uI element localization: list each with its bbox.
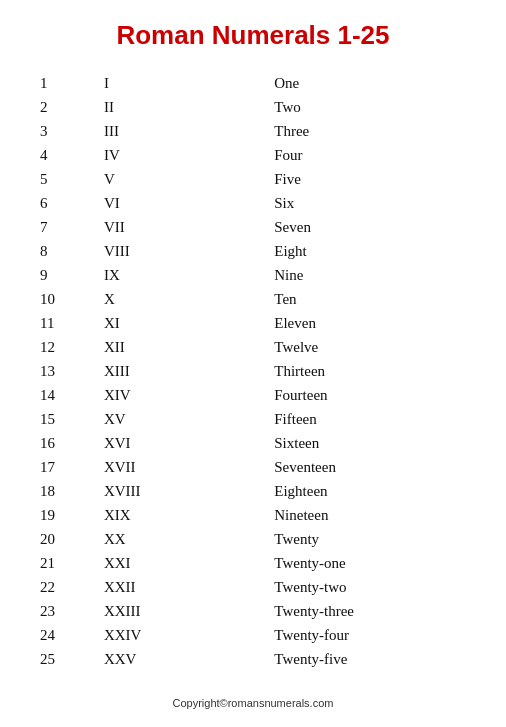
page-container: Roman Numerals 1-25 1IOne2IITwo3IIIThree… [0,0,506,727]
cell-roman: X [104,287,274,311]
cell-roman: XX [104,527,274,551]
cell-number: 5 [40,167,104,191]
cell-word: Seventeen [274,455,466,479]
cell-number: 10 [40,287,104,311]
cell-word: Fifteen [274,407,466,431]
cell-roman: XXII [104,575,274,599]
cell-word: Thirteen [274,359,466,383]
cell-number: 2 [40,95,104,119]
table-row: 5VFive [40,167,466,191]
table-row: 22XXIITwenty-two [40,575,466,599]
table-row: 7VIISeven [40,215,466,239]
cell-roman: V [104,167,274,191]
table-row: 13XIIIThirteen [40,359,466,383]
cell-word: Five [274,167,466,191]
cell-number: 14 [40,383,104,407]
cell-roman: XVII [104,455,274,479]
cell-number: 1 [40,71,104,95]
cell-number: 19 [40,503,104,527]
cell-number: 12 [40,335,104,359]
cell-word: Seven [274,215,466,239]
cell-number: 8 [40,239,104,263]
cell-word: Twenty-four [274,623,466,647]
cell-word: One [274,71,466,95]
cell-roman: XXV [104,647,274,671]
cell-roman: XIV [104,383,274,407]
cell-number: 6 [40,191,104,215]
table-row: 8VIIIEight [40,239,466,263]
cell-word: Eleven [274,311,466,335]
table-row: 21XXITwenty-one [40,551,466,575]
cell-word: Two [274,95,466,119]
cell-number: 3 [40,119,104,143]
table-row: 23XXIIITwenty-three [40,599,466,623]
table-row: 17XVIISeventeen [40,455,466,479]
cell-number: 11 [40,311,104,335]
cell-roman: XII [104,335,274,359]
table-row: 11XIEleven [40,311,466,335]
cell-roman: VII [104,215,274,239]
cell-word: Sixteen [274,431,466,455]
cell-roman: XVIII [104,479,274,503]
cell-roman: II [104,95,274,119]
numerals-table: 1IOne2IITwo3IIIThree4IVFour5VFive6VISix7… [40,71,466,671]
table-row: 25XXVTwenty-five [40,647,466,671]
cell-number: 23 [40,599,104,623]
cell-word: Six [274,191,466,215]
table-row: 12XIITwelve [40,335,466,359]
cell-roman: XXIII [104,599,274,623]
table-row: 16XVISixteen [40,431,466,455]
page-title: Roman Numerals 1-25 [116,20,389,51]
cell-word: Twenty-three [274,599,466,623]
table-row: 19XIXNineteen [40,503,466,527]
cell-number: 9 [40,263,104,287]
cell-number: 15 [40,407,104,431]
cell-word: Twenty [274,527,466,551]
table-row: 24XXIVTwenty-four [40,623,466,647]
cell-roman: XIX [104,503,274,527]
cell-word: Nine [274,263,466,287]
cell-roman: XIII [104,359,274,383]
cell-number: 24 [40,623,104,647]
cell-number: 13 [40,359,104,383]
cell-number: 18 [40,479,104,503]
cell-word: Ten [274,287,466,311]
cell-number: 22 [40,575,104,599]
cell-roman: XV [104,407,274,431]
cell-roman: XI [104,311,274,335]
cell-word: Three [274,119,466,143]
cell-number: 21 [40,551,104,575]
cell-number: 7 [40,215,104,239]
cell-word: Fourteen [274,383,466,407]
table-row: 20XXTwenty [40,527,466,551]
cell-roman: XVI [104,431,274,455]
cell-word: Twenty-one [274,551,466,575]
cell-number: 4 [40,143,104,167]
table-row: 18XVIIIEighteen [40,479,466,503]
cell-word: Twelve [274,335,466,359]
cell-roman: XXIV [104,623,274,647]
cell-number: 20 [40,527,104,551]
table-row: 6VISix [40,191,466,215]
cell-roman: I [104,71,274,95]
table-row: 2IITwo [40,95,466,119]
cell-roman: IV [104,143,274,167]
cell-word: Eight [274,239,466,263]
table-row: 10XTen [40,287,466,311]
cell-roman: IX [104,263,274,287]
cell-word: Nineteen [274,503,466,527]
cell-roman: XXI [104,551,274,575]
cell-word: Four [274,143,466,167]
footer: Copyright©romansnumerals.com [173,687,334,717]
table-row: 4IVFour [40,143,466,167]
cell-word: Eighteen [274,479,466,503]
table-row: 1IOne [40,71,466,95]
table-row: 15XVFifteen [40,407,466,431]
table-row: 3IIIThree [40,119,466,143]
table-row: 14XIVFourteen [40,383,466,407]
cell-word: Twenty-five [274,647,466,671]
cell-roman: VI [104,191,274,215]
cell-number: 16 [40,431,104,455]
table-row: 9IXNine [40,263,466,287]
cell-roman: III [104,119,274,143]
